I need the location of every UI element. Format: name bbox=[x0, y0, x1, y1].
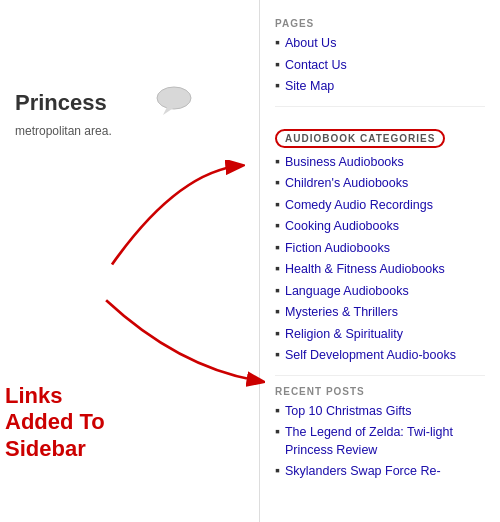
pages-list: ▪ About Us ▪ Contact Us ▪ Site Map bbox=[275, 35, 485, 96]
list-item: ▪ Contact Us bbox=[275, 57, 485, 75]
comedy-audio-recordings-link[interactable]: Comedy Audio Recordings bbox=[285, 197, 433, 215]
bullet-icon: ▪ bbox=[275, 260, 280, 276]
divider bbox=[275, 106, 485, 107]
bullet-icon: ▪ bbox=[275, 303, 280, 319]
list-item: ▪ Fiction Audiobooks bbox=[275, 240, 485, 258]
religion-spirituality-link[interactable]: Religion & Spirituality bbox=[285, 326, 403, 344]
business-audiobooks-link[interactable]: Business Audiobooks bbox=[285, 154, 404, 172]
list-item: ▪ Mysteries & Thrillers bbox=[275, 304, 485, 322]
pages-section: PAGES ▪ About Us ▪ Contact Us ▪ Site Map bbox=[275, 18, 485, 96]
categories-list: ▪ Business Audiobooks ▪ Children's Audio… bbox=[275, 154, 485, 365]
main-container: Princess metropolitan area. LinksAdded T… bbox=[0, 0, 500, 522]
categories-label: AUDIOBOOK CATEGORIES bbox=[275, 129, 445, 148]
annotation-box: LinksAdded ToSidebar bbox=[5, 383, 105, 462]
recent-posts-label: RECENT POSTS bbox=[275, 386, 485, 397]
christmas-gifts-link[interactable]: Top 10 Christmas Gifts bbox=[285, 403, 411, 421]
list-item: ▪ Skylanders Swap Force Re- bbox=[275, 463, 485, 481]
childrens-audiobooks-link[interactable]: Children's Audiobooks bbox=[285, 175, 408, 193]
divider-2 bbox=[275, 375, 485, 376]
list-item: ▪ Top 10 Christmas Gifts bbox=[275, 403, 485, 421]
health-fitness-audiobooks-link[interactable]: Health & Fitness Audiobooks bbox=[285, 261, 445, 279]
list-item: ▪ Cooking Audiobooks bbox=[275, 218, 485, 236]
sidebar: PAGES ▪ About Us ▪ Contact Us ▪ Site Map… bbox=[260, 0, 500, 522]
list-item: ▪ Health & Fitness Audiobooks bbox=[275, 261, 485, 279]
comment-bubble bbox=[155, 85, 193, 115]
about-us-link[interactable]: About Us bbox=[285, 35, 336, 53]
page-title: Princess bbox=[15, 90, 244, 116]
contact-us-link[interactable]: Contact Us bbox=[285, 57, 347, 75]
categories-section: AUDIOBOOK CATEGORIES ▪ Business Audioboo… bbox=[275, 117, 485, 365]
body-text: metropolitan area. bbox=[15, 124, 244, 138]
bullet-icon: ▪ bbox=[275, 423, 280, 439]
bullet-icon: ▪ bbox=[275, 325, 280, 341]
bullet-icon: ▪ bbox=[275, 34, 280, 50]
list-item: ▪ About Us bbox=[275, 35, 485, 53]
bullet-icon: ▪ bbox=[275, 217, 280, 233]
self-development-audiobooks-link[interactable]: Self Development Audio-books bbox=[285, 347, 456, 365]
skylanders-link[interactable]: Skylanders Swap Force Re- bbox=[285, 463, 441, 481]
annotation-text: LinksAdded ToSidebar bbox=[5, 383, 105, 462]
language-audiobooks-link[interactable]: Language Audiobooks bbox=[285, 283, 409, 301]
content-area: Princess metropolitan area. LinksAdded T… bbox=[0, 0, 260, 522]
bullet-icon: ▪ bbox=[275, 239, 280, 255]
recent-posts-list: ▪ Top 10 Christmas Gifts ▪ The Legend of… bbox=[275, 403, 485, 481]
svg-marker-1 bbox=[163, 107, 175, 115]
list-item: ▪ Business Audiobooks bbox=[275, 154, 485, 172]
recent-posts-section: RECENT POSTS ▪ Top 10 Christmas Gifts ▪ … bbox=[275, 386, 485, 481]
bullet-icon: ▪ bbox=[275, 346, 280, 362]
bullet-icon: ▪ bbox=[275, 282, 280, 298]
svg-point-0 bbox=[157, 87, 191, 109]
bullet-icon: ▪ bbox=[275, 402, 280, 418]
list-item: ▪ Religion & Spirituality bbox=[275, 326, 485, 344]
bullet-icon: ▪ bbox=[275, 174, 280, 190]
cooking-audiobooks-link[interactable]: Cooking Audiobooks bbox=[285, 218, 399, 236]
bullet-icon: ▪ bbox=[275, 196, 280, 212]
list-item: ▪ Comedy Audio Recordings bbox=[275, 197, 485, 215]
bullet-icon: ▪ bbox=[275, 462, 280, 478]
list-item: ▪ Site Map bbox=[275, 78, 485, 96]
list-item: ▪ Language Audiobooks bbox=[275, 283, 485, 301]
arrow-up-icon bbox=[100, 160, 245, 270]
bullet-icon: ▪ bbox=[275, 56, 280, 72]
mysteries-thrillers-link[interactable]: Mysteries & Thrillers bbox=[285, 304, 398, 322]
bullet-icon: ▪ bbox=[275, 77, 280, 93]
list-item: ▪ Children's Audiobooks bbox=[275, 175, 485, 193]
fiction-audiobooks-link[interactable]: Fiction Audiobooks bbox=[285, 240, 390, 258]
arrow-down-icon bbox=[95, 295, 265, 390]
zelda-review-link[interactable]: The Legend of Zelda: Twi-light Princess … bbox=[285, 424, 485, 459]
pages-label: PAGES bbox=[275, 18, 485, 29]
bullet-icon: ▪ bbox=[275, 153, 280, 169]
list-item: ▪ Self Development Audio-books bbox=[275, 347, 485, 365]
site-map-link[interactable]: Site Map bbox=[285, 78, 334, 96]
list-item: ▪ The Legend of Zelda: Twi-light Princes… bbox=[275, 424, 485, 459]
